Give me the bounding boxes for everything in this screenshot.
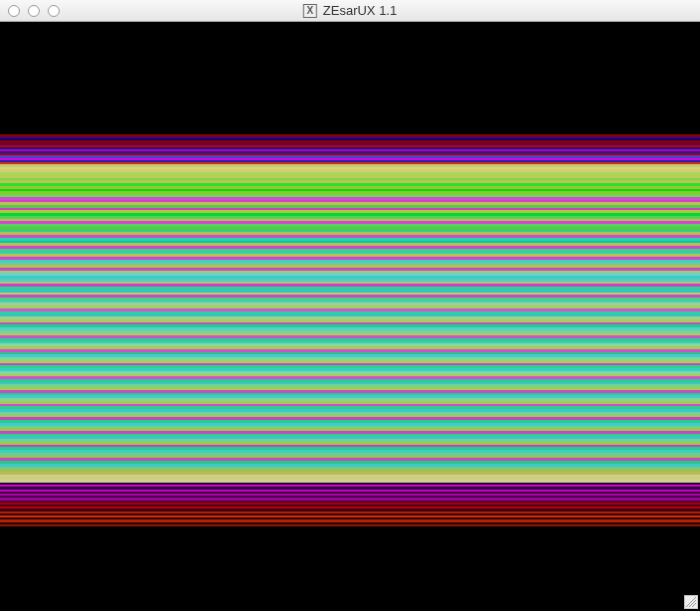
window-title: ZEsarUX 1.1 [323,3,397,18]
x11-icon: X [303,4,317,18]
emulator-display [0,22,700,611]
close-button[interactable] [8,5,20,17]
window-controls [8,5,60,17]
window-titlebar: X ZEsarUX 1.1 [0,0,700,22]
window-title-group: X ZEsarUX 1.1 [303,3,397,18]
zoom-button[interactable] [48,5,60,17]
minimize-button[interactable] [28,5,40,17]
resize-grip[interactable] [684,595,698,609]
